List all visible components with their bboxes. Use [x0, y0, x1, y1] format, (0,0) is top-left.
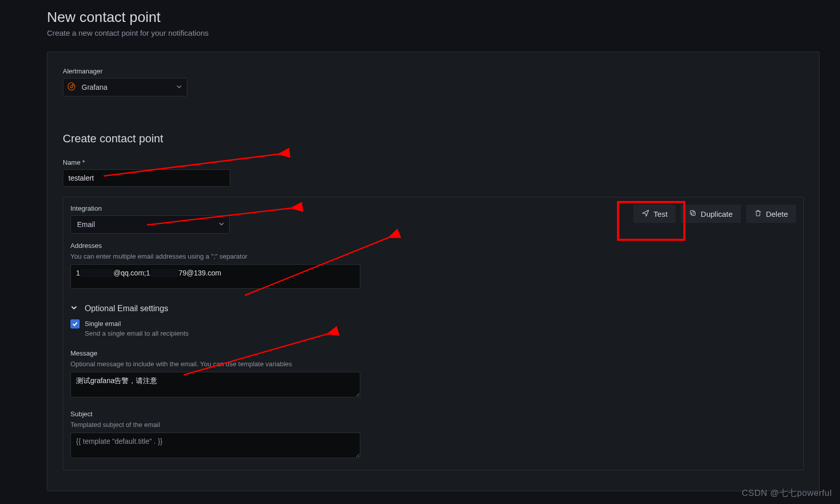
page-subtitle: Create a new contact point for your noti… — [47, 29, 840, 37]
addresses-frag: @qq.com;1 — [113, 269, 150, 277]
name-input[interactable] — [63, 169, 230, 187]
name-label: Name * — [63, 159, 804, 166]
subject-label: Subject — [70, 410, 796, 418]
message-help: Optional message to include with the ema… — [70, 360, 796, 369]
message-input[interactable] — [70, 372, 360, 397]
message-label: Message — [70, 349, 796, 357]
addresses-frag: 79@139.com — [179, 269, 221, 277]
subject-help: Templated subject of the email — [70, 421, 796, 430]
subject-input[interactable] — [70, 433, 360, 458]
form-panel: Alertmanager Grafana Create contact poin… — [47, 52, 820, 491]
optional-title: Optional Email settings — [85, 304, 168, 313]
single-email-checkbox[interactable] — [70, 319, 80, 329]
section-title: Create contact point — [63, 132, 804, 145]
redacted-block: XXXXXX — [150, 269, 179, 277]
single-email-label: Single email — [85, 320, 121, 327]
alertmanager-select[interactable]: Grafana — [63, 78, 187, 96]
addresses-help: You can enter multiple email addresses u… — [70, 253, 796, 261]
integration-value: Email — [70, 215, 230, 234]
check-icon — [72, 321, 78, 327]
alertmanager-value: Grafana — [63, 78, 187, 96]
integration-label: Integration — [70, 205, 796, 212]
chevron-down-icon — [70, 304, 78, 313]
alertmanager-label: Alertmanager — [63, 67, 804, 75]
redacted-block: XXXXXXX — [80, 269, 113, 277]
addresses-input[interactable]: 1XXXXXXX@qq.com;1XXXXXX79@139.com — [70, 264, 360, 289]
grafana-icon — [67, 82, 76, 93]
single-email-help: Send a single email to all recipients — [85, 330, 796, 338]
addresses-label: Addresses — [70, 242, 796, 249]
integration-select[interactable]: Email — [70, 215, 230, 234]
addresses-frag: 1 — [76, 269, 80, 277]
optional-settings-toggle[interactable]: Optional Email settings — [70, 304, 796, 313]
integration-box: Test Duplicate Delete — [63, 197, 804, 470]
page-title: New contact point — [47, 9, 840, 26]
